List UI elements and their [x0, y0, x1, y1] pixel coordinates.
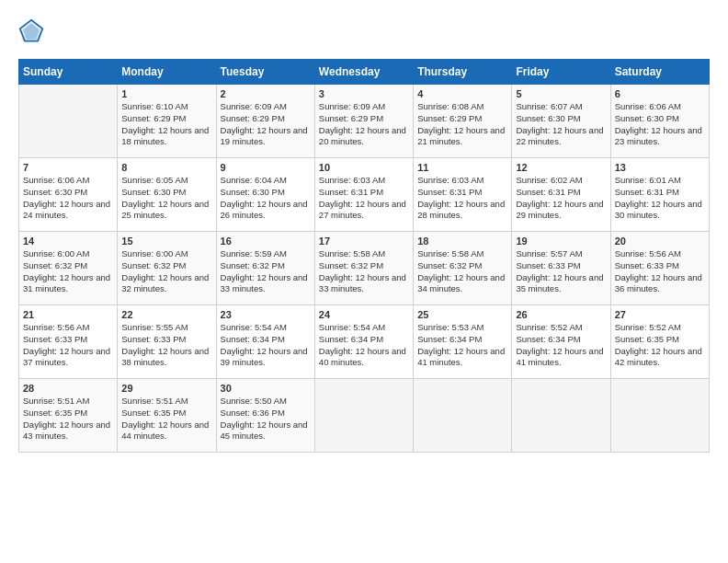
day-number: 27 — [615, 309, 705, 320]
calendar-cell: 21 Sunrise: 5:56 AM Sunset: 6:33 PM Dayl… — [19, 305, 118, 379]
calendar-cell — [512, 379, 610, 453]
day-number: 6 — [615, 88, 705, 99]
day-info: Sunrise: 5:51 AM Sunset: 6:35 PM Dayligh… — [23, 396, 113, 442]
day-number: 2 — [221, 88, 311, 99]
day-info: Sunrise: 5:59 AM Sunset: 6:32 PM Dayligh… — [221, 248, 311, 295]
calendar-cell: 6 Sunrise: 6:06 AM Sunset: 6:30 PM Dayli… — [610, 85, 709, 158]
day-info: Sunrise: 6:06 AM Sunset: 6:30 PM Dayligh… — [615, 101, 705, 148]
calendar-cell: 22 Sunrise: 5:55 AM Sunset: 6:33 PM Dayl… — [118, 305, 216, 379]
day-number: 26 — [516, 309, 606, 320]
calendar-cell: 24 Sunrise: 5:54 AM Sunset: 6:34 PM Dayl… — [314, 305, 413, 379]
day-info: Sunrise: 6:09 AM Sunset: 6:29 PM Dayligh… — [319, 101, 409, 148]
calendar-cell: 9 Sunrise: 6:04 AM Sunset: 6:30 PM Dayli… — [216, 158, 314, 232]
day-number: 29 — [121, 383, 211, 394]
calendar-cell: 17 Sunrise: 5:58 AM Sunset: 6:32 PM Dayl… — [314, 232, 413, 305]
day-number: 17 — [319, 236, 409, 247]
header-day-monday: Monday — [118, 60, 216, 85]
calendar-table: SundayMondayTuesdayWednesdayThursdayFrid… — [18, 59, 710, 453]
calendar-cell: 15 Sunrise: 6:00 AM Sunset: 6:32 PM Dayl… — [118, 232, 216, 305]
svg-marker-2 — [23, 23, 40, 40]
day-info: Sunrise: 5:52 AM Sunset: 6:34 PM Dayligh… — [516, 322, 606, 369]
day-number: 22 — [121, 309, 211, 320]
day-info: Sunrise: 5:51 AM Sunset: 6:35 PM Dayligh… — [121, 396, 211, 442]
calendar-cell: 29 Sunrise: 5:51 AM Sunset: 6:35 PM Dayl… — [118, 379, 216, 453]
calendar-cell: 7 Sunrise: 6:06 AM Sunset: 6:30 PM Dayli… — [19, 158, 118, 232]
day-info: Sunrise: 6:10 AM Sunset: 6:29 PM Dayligh… — [121, 101, 211, 148]
calendar-cell: 25 Sunrise: 5:53 AM Sunset: 6:34 PM Dayl… — [414, 305, 512, 379]
day-info: Sunrise: 6:03 AM Sunset: 6:31 PM Dayligh… — [319, 175, 409, 222]
logo — [18, 18, 48, 44]
day-number: 12 — [516, 162, 606, 173]
calendar-cell: 30 Sunrise: 5:50 AM Sunset: 6:36 PM Dayl… — [216, 379, 314, 453]
logo-icon — [18, 18, 44, 44]
day-number: 15 — [121, 236, 211, 247]
header-day-thursday: Thursday — [414, 60, 512, 85]
day-number: 21 — [23, 309, 113, 320]
day-number: 19 — [516, 236, 606, 247]
header-day-saturday: Saturday — [610, 60, 709, 85]
day-number: 23 — [221, 309, 311, 320]
calendar-cell — [314, 379, 413, 453]
day-number: 9 — [221, 162, 311, 173]
day-number: 4 — [417, 88, 507, 99]
day-number: 28 — [23, 383, 113, 394]
day-number: 16 — [221, 236, 311, 247]
day-info: Sunrise: 6:05 AM Sunset: 6:30 PM Dayligh… — [121, 175, 211, 222]
calendar-week-row: 14 Sunrise: 6:00 AM Sunset: 6:32 PM Dayl… — [19, 232, 710, 305]
day-number: 18 — [417, 236, 507, 247]
calendar-cell — [610, 379, 709, 453]
calendar-cell: 13 Sunrise: 6:01 AM Sunset: 6:31 PM Dayl… — [610, 158, 709, 232]
day-info: Sunrise: 6:07 AM Sunset: 6:30 PM Dayligh… — [516, 101, 606, 148]
day-info: Sunrise: 5:52 AM Sunset: 6:35 PM Dayligh… — [615, 322, 705, 369]
day-info: Sunrise: 6:01 AM Sunset: 6:31 PM Dayligh… — [615, 175, 705, 222]
calendar-cell: 12 Sunrise: 6:02 AM Sunset: 6:31 PM Dayl… — [512, 158, 610, 232]
day-info: Sunrise: 6:00 AM Sunset: 6:32 PM Dayligh… — [121, 248, 211, 295]
calendar-cell: 11 Sunrise: 6:03 AM Sunset: 6:31 PM Dayl… — [414, 158, 512, 232]
day-info: Sunrise: 5:54 AM Sunset: 6:34 PM Dayligh… — [319, 322, 409, 369]
calendar-cell — [414, 379, 512, 453]
day-info: Sunrise: 5:56 AM Sunset: 6:33 PM Dayligh… — [615, 248, 705, 295]
day-number: 24 — [319, 309, 409, 320]
day-number: 3 — [319, 88, 409, 99]
calendar-cell: 4 Sunrise: 6:08 AM Sunset: 6:29 PM Dayli… — [414, 85, 512, 158]
day-number: 7 — [23, 162, 113, 173]
header-day-wednesday: Wednesday — [314, 60, 413, 85]
day-number: 11 — [417, 162, 507, 173]
day-info: Sunrise: 5:53 AM Sunset: 6:34 PM Dayligh… — [417, 322, 507, 369]
day-info: Sunrise: 6:03 AM Sunset: 6:31 PM Dayligh… — [417, 175, 507, 222]
calendar-cell — [19, 85, 118, 158]
day-info: Sunrise: 5:50 AM Sunset: 6:36 PM Dayligh… — [221, 396, 311, 442]
day-info: Sunrise: 6:06 AM Sunset: 6:30 PM Dayligh… — [23, 175, 113, 222]
day-number: 30 — [221, 383, 311, 394]
calendar-cell: 27 Sunrise: 5:52 AM Sunset: 6:35 PM Dayl… — [610, 305, 709, 379]
day-number: 13 — [615, 162, 705, 173]
day-number: 1 — [121, 88, 211, 99]
day-info: Sunrise: 5:58 AM Sunset: 6:32 PM Dayligh… — [417, 248, 507, 295]
day-number: 20 — [615, 236, 705, 247]
calendar-cell: 28 Sunrise: 5:51 AM Sunset: 6:35 PM Dayl… — [19, 379, 118, 453]
calendar-cell: 23 Sunrise: 5:54 AM Sunset: 6:34 PM Dayl… — [216, 305, 314, 379]
calendar-cell: 5 Sunrise: 6:07 AM Sunset: 6:30 PM Dayli… — [512, 85, 610, 158]
page-header — [18, 18, 710, 44]
calendar-cell: 1 Sunrise: 6:10 AM Sunset: 6:29 PM Dayli… — [118, 85, 216, 158]
calendar-week-row: 7 Sunrise: 6:06 AM Sunset: 6:30 PM Dayli… — [19, 158, 710, 232]
header-day-tuesday: Tuesday — [216, 60, 314, 85]
calendar-cell: 26 Sunrise: 5:52 AM Sunset: 6:34 PM Dayl… — [512, 305, 610, 379]
day-info: Sunrise: 5:55 AM Sunset: 6:33 PM Dayligh… — [121, 322, 211, 369]
day-info: Sunrise: 6:09 AM Sunset: 6:29 PM Dayligh… — [221, 101, 311, 148]
header-day-friday: Friday — [512, 60, 610, 85]
calendar-cell: 18 Sunrise: 5:58 AM Sunset: 6:32 PM Dayl… — [414, 232, 512, 305]
calendar-cell: 16 Sunrise: 5:59 AM Sunset: 6:32 PM Dayl… — [216, 232, 314, 305]
calendar-week-row: 21 Sunrise: 5:56 AM Sunset: 6:33 PM Dayl… — [19, 305, 710, 379]
calendar-cell: 14 Sunrise: 6:00 AM Sunset: 6:32 PM Dayl… — [19, 232, 118, 305]
calendar-cell: 10 Sunrise: 6:03 AM Sunset: 6:31 PM Dayl… — [314, 158, 413, 232]
day-info: Sunrise: 6:08 AM Sunset: 6:29 PM Dayligh… — [417, 101, 507, 148]
day-info: Sunrise: 6:04 AM Sunset: 6:30 PM Dayligh… — [221, 175, 311, 222]
day-info: Sunrise: 5:54 AM Sunset: 6:34 PM Dayligh… — [221, 322, 311, 369]
calendar-cell: 20 Sunrise: 5:56 AM Sunset: 6:33 PM Dayl… — [610, 232, 709, 305]
day-info: Sunrise: 5:58 AM Sunset: 6:32 PM Dayligh… — [319, 248, 409, 295]
header-day-sunday: Sunday — [19, 60, 118, 85]
day-info: Sunrise: 6:00 AM Sunset: 6:32 PM Dayligh… — [23, 248, 113, 295]
day-number: 5 — [516, 88, 606, 99]
calendar-cell: 19 Sunrise: 5:57 AM Sunset: 6:33 PM Dayl… — [512, 232, 610, 305]
